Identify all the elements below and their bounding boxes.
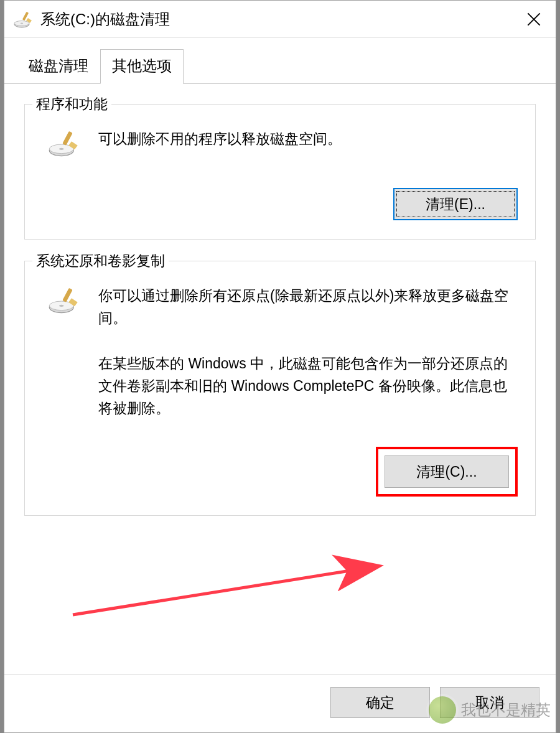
- group-system-restore: 系统还原和卷影复制 你可以通过删除所有还原点(除最新还原点以外)来释放更多磁盘空…: [24, 261, 536, 516]
- tab-more-options[interactable]: 其他选项: [100, 49, 184, 84]
- svg-point-12: [59, 305, 63, 307]
- annotation-highlight: 清理(C)...: [376, 447, 518, 497]
- group-programs-and-features: 程序和功能 可以删除不用的程序以释放磁盘空间。 清理(E)...: [24, 104, 536, 240]
- tab-content: 程序和功能 可以删除不用的程序以释放磁盘空间。 清理(E)...: [4, 84, 556, 674]
- group2-description-2: 在某些版本的 Windows 中，此磁盘可能包含作为一部分还原点的文件卷影副本和…: [98, 353, 518, 419]
- disk-cleanup-icon: [13, 9, 33, 29]
- titlebar: 系统(C:)的磁盘清理: [4, 1, 556, 38]
- dialog-footer: 确定 取消: [4, 674, 556, 732]
- disk-cleanup-dialog: 系统(C:)的磁盘清理 磁盘清理 其他选项 程序和功能: [4, 0, 556, 733]
- cleanup-restore-button[interactable]: 清理(C)...: [385, 455, 509, 488]
- group2-description-1: 你可以通过删除所有还原点(除最新还原点以外)来释放更多磁盘空间。: [98, 285, 518, 329]
- group-legend-programs: 程序和功能: [32, 95, 111, 114]
- group-legend-restore: 系统还原和卷影复制: [32, 251, 169, 271]
- disk-brush-icon: [44, 128, 83, 161]
- ok-button[interactable]: 确定: [330, 687, 430, 718]
- cancel-button[interactable]: 取消: [440, 687, 539, 718]
- cleanup-programs-button[interactable]: 清理(E)...: [393, 188, 518, 220]
- svg-line-14: [73, 566, 378, 615]
- close-icon: [527, 12, 541, 26]
- close-button[interactable]: [512, 1, 556, 38]
- group1-description: 可以删除不用的程序以释放磁盘空间。: [98, 128, 518, 151]
- tabs: 磁盘清理 其他选项: [4, 38, 556, 84]
- svg-point-2: [21, 22, 23, 24]
- window-title: 系统(C:)的磁盘清理: [40, 9, 512, 29]
- tab-disk-cleanup[interactable]: 磁盘清理: [17, 49, 100, 84]
- annotation-arrow: [67, 548, 403, 622]
- svg-point-8: [59, 148, 63, 150]
- disk-brush-icon: [44, 285, 83, 317]
